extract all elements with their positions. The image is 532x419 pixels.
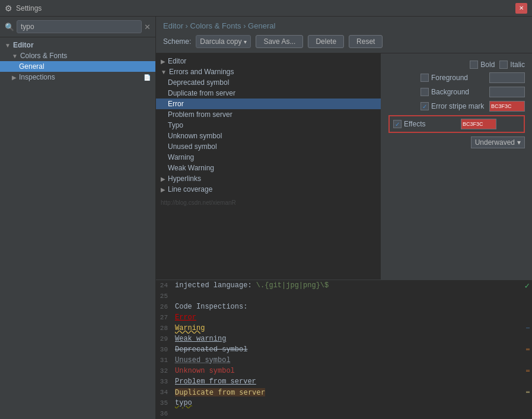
tree-item-hyperlinks[interactable]: ▶ Hyperlinks: [156, 173, 381, 184]
foreground-checkbox[interactable]: [420, 74, 429, 82]
line-content: Duplicate from server: [173, 388, 526, 397]
foreground-label: Foreground: [431, 74, 485, 82]
effects-checkbox-item[interactable]: ✓ Effects: [393, 120, 457, 128]
preview-line-35: 35 typo: [156, 398, 532, 408]
line-number: 25: [156, 293, 173, 300]
line-number: 34: [156, 389, 173, 396]
preview-line-28: 28 Warning ─: [156, 323, 532, 334]
sidebar-tree: ▼ Editor ▼ Colors & Fonts General ▶ Insp…: [0, 37, 155, 419]
tree-item-errors[interactable]: ▼ Errors and Warnings: [156, 66, 381, 77]
background-label: Background: [431, 88, 485, 96]
expand-icon: ▼: [12, 53, 18, 59]
tree-item-editor[interactable]: ▶ Editor: [156, 56, 381, 66]
search-icon: 🔍: [5, 23, 14, 31]
foreground-row: Foreground: [388, 72, 525, 83]
search-clear-icon[interactable]: ✕: [144, 23, 151, 31]
preview-area: 24 injected language: \.{git|jpg|png}\$ …: [156, 280, 532, 419]
scheme-dropdown[interactable]: Darcula copy ▾: [196, 35, 251, 48]
tree-label-duplicate: Duplicate from server: [168, 89, 235, 97]
style-options-row: Bold Italic: [388, 61, 525, 69]
tree-label-editor: Editor: [168, 57, 186, 65]
tree-item-unknown[interactable]: Unknown symbol: [156, 131, 381, 141]
breadcrumb: Editor › Colors & Fonts › General: [163, 21, 525, 30]
breadcrumb-sep1: ›: [186, 21, 190, 30]
unknown-marker: ═: [526, 368, 530, 374]
save-as-button[interactable]: Save As...: [256, 35, 303, 48]
effects-value: BC3F3C: [461, 121, 483, 127]
properties-panel: Bold Italic Foreground: [381, 53, 532, 280]
expand-icon: ▶: [161, 176, 165, 182]
sidebar-item-general[interactable]: General: [0, 61, 155, 72]
preview-line-29: 29 Weak warning: [156, 334, 532, 344]
italic-checkbox-item[interactable]: Italic: [499, 61, 525, 69]
preview-line-32: 32 Unknown symbol ═: [156, 366, 532, 376]
tree-item-duplicate[interactable]: Duplicate from server: [156, 88, 381, 99]
line-number: 32: [156, 367, 173, 374]
sidebar-item-inspections[interactable]: ▶ Inspections 📄: [0, 72, 155, 82]
error-stripe-row: ✓ Error stripe mark BC3F3C: [388, 101, 525, 112]
content-area: Editor › Colors & Fonts › General Scheme…: [156, 17, 532, 419]
effects-type-value: Underwaved: [475, 138, 515, 147]
sidebar-item-editor[interactable]: ▼ Editor: [0, 40, 155, 50]
breadcrumb-sep2: ›: [243, 21, 248, 30]
line-number: 31: [156, 357, 173, 364]
background-checkbox[interactable]: [420, 88, 429, 96]
tree-item-error[interactable]: Error: [156, 99, 381, 109]
reset-button[interactable]: Reset: [349, 35, 383, 48]
preview-line-27: 27 Error: [156, 312, 532, 323]
tree-item-warning[interactable]: Warning: [156, 152, 381, 163]
line-content: Problem from server: [173, 377, 532, 386]
tree-item-line-coverage[interactable]: ▶ Line coverage: [156, 184, 381, 195]
line-number: 27: [156, 314, 173, 321]
line-content: Error: [173, 313, 532, 322]
tree-item-typo[interactable]: Typo: [156, 120, 381, 131]
preview-line-24: 24 injected language: \.{git|jpg|png}\$ …: [156, 280, 532, 291]
search-input[interactable]: [17, 20, 142, 33]
background-color-swatch[interactable]: [489, 87, 525, 97]
tree-item-unused[interactable]: Unused symbol: [156, 141, 381, 152]
warning-marker: ─: [526, 325, 530, 332]
error-stripe-checkbox-item[interactable]: ✓ Error stripe mark: [420, 102, 485, 110]
items-tree: ▶ Editor ▼ Errors and Warnings Deprecate…: [156, 53, 381, 280]
tree-item-weak[interactable]: Weak Warning: [156, 163, 381, 173]
close-button[interactable]: ✕: [515, 3, 527, 14]
problem-text: Problem from server: [175, 377, 256, 386]
breadcrumb-colors: Colors & Fonts: [190, 21, 241, 30]
delete-button[interactable]: Delete: [308, 35, 344, 48]
line-number: 36: [156, 410, 173, 417]
tree-label-weak: Weak Warning: [168, 164, 214, 172]
line-content: Weak warning: [173, 335, 532, 343]
effects-type-row: Underwaved ▾: [388, 137, 525, 148]
line-content: injected language: \.{git|jpg|png}\$: [173, 281, 525, 290]
error-stripe-checkbox[interactable]: ✓: [420, 102, 429, 110]
main-container: 🔍 ✕ ▼ Editor ▼ Colors & Fonts General ▶ …: [0, 17, 532, 419]
content-header: Editor › Colors & Fonts › General Scheme…: [156, 17, 532, 53]
line-number: 28: [156, 325, 173, 332]
effects-checkbox[interactable]: ✓: [393, 120, 402, 128]
scheme-value: Darcula copy: [200, 37, 241, 46]
sidebar-item-colors-fonts[interactable]: ▼ Colors & Fonts: [0, 50, 155, 61]
bold-label: Bold: [480, 61, 495, 69]
bold-checkbox[interactable]: [470, 61, 478, 69]
tree-item-deprecated[interactable]: Deprecated symbol: [156, 77, 381, 88]
foreground-checkbox-item[interactable]: Foreground: [420, 74, 485, 82]
breadcrumb-editor: Editor: [163, 21, 183, 30]
breadcrumb-general: General: [248, 21, 275, 30]
inspections-badge: 📄: [144, 74, 151, 81]
deprecated-text: Deprecated symbol: [175, 345, 247, 354]
bold-checkbox-item[interactable]: Bold: [470, 61, 495, 69]
error-stripe-color-swatch[interactable]: BC3F3C: [489, 101, 525, 112]
sidebar: 🔍 ✕ ▼ Editor ▼ Colors & Fonts General ▶ …: [0, 17, 156, 419]
italic-checkbox[interactable]: [499, 61, 508, 69]
tree-label-line-coverage: Line coverage: [168, 185, 212, 193]
background-checkbox-item[interactable]: Background: [420, 88, 485, 96]
preview-line-26: 26 Code Inspections:: [156, 301, 532, 312]
foreground-color-swatch[interactable]: [489, 72, 525, 83]
unused-text: Unused symbol: [175, 356, 231, 364]
line-content: Code Inspections:: [173, 303, 532, 311]
search-bar: 🔍 ✕: [0, 17, 155, 37]
tree-item-problem[interactable]: Problem from server: [156, 109, 381, 120]
effects-type-dropdown[interactable]: Underwaved ▾: [471, 137, 525, 148]
chevron-down-icon: ▾: [517, 138, 521, 147]
effects-color-swatch[interactable]: BC3F3C: [461, 119, 496, 129]
